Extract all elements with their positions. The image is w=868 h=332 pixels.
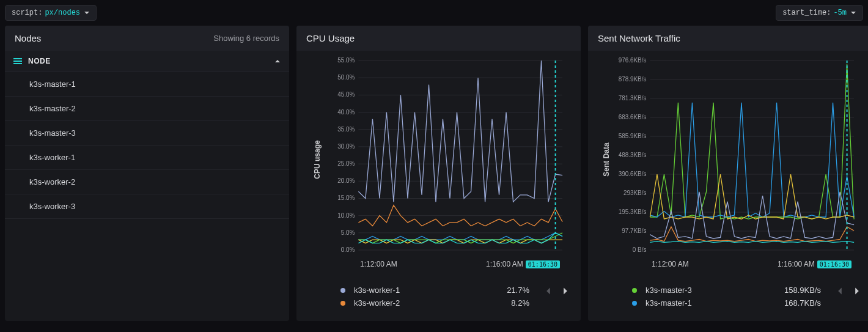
svg-text:195.3KB/s: 195.3KB/s <box>619 208 647 215</box>
topbar: script: px/nodes start_time: -5m <box>0 0 868 26</box>
drag-handle-icon[interactable] <box>13 58 22 64</box>
legend-row[interactable]: k3s-worker-121.7% <box>311 286 566 295</box>
legend-color-dot <box>632 288 637 293</box>
svg-text:683.6KB/s: 683.6KB/s <box>619 114 647 120</box>
svg-text:10.0%: 10.0% <box>337 212 355 219</box>
nodes-list: k3s-master-1k3s-master-2k3s-master-3k3s-… <box>5 72 289 219</box>
chevron-down-icon <box>84 10 90 16</box>
cpu-panel-header: CPU Usage <box>296 26 581 51</box>
chevron-up-icon <box>274 58 281 64</box>
svg-text:50.0%: 50.0% <box>337 74 355 81</box>
legend-row[interactable]: k3s-worker-28.2% <box>311 298 566 308</box>
svg-text:30.0%: 30.0% <box>337 143 355 150</box>
network-chart[interactable]: Sent Data 0 B/s97.7KB/s195.3KB/s293KB/s3… <box>588 51 868 268</box>
svg-text:0.0%: 0.0% <box>341 246 355 253</box>
network-x-axis: 1:12:00 AM 1:16:00 AM 01:16:30 <box>597 259 864 268</box>
legend-color-dot <box>340 288 345 293</box>
panels-region: Nodes Showing 6 records NODE k3s-master-… <box>0 26 868 326</box>
start-time-value: -5m <box>833 9 847 17</box>
node-row[interactable]: k3s-worker-2 <box>5 170 289 194</box>
svg-text:45.0%: 45.0% <box>337 91 355 98</box>
network-chart-svg: 0 B/s97.7KB/s195.3KB/s293KB/s390.6KB/s48… <box>597 57 864 259</box>
legend-series-name: k3s-master-1 <box>645 298 766 308</box>
node-row[interactable]: k3s-worker-1 <box>5 146 289 170</box>
cpu-xtick-0: 1:12:00 AM <box>360 260 397 268</box>
svg-text:976.6KB/s: 976.6KB/s <box>619 57 647 64</box>
svg-text:390.6KB/s: 390.6KB/s <box>619 171 647 177</box>
nodes-panel-header: Nodes Showing 6 records <box>5 26 289 51</box>
legend-prev-icon[interactable] <box>836 287 844 295</box>
svg-text:293KB/s: 293KB/s <box>623 190 647 196</box>
cpu-panel-title: CPU Usage <box>306 33 355 43</box>
legend-series-value: 158.9KB/s <box>772 286 821 295</box>
svg-text:25.0%: 25.0% <box>337 160 355 167</box>
cpu-legend-nav <box>544 287 570 295</box>
nodes-group-label: NODE <box>28 57 51 65</box>
network-panel-title: Sent Network Traffic <box>598 33 680 43</box>
legend-series-name: k3s-worker-2 <box>354 298 474 308</box>
svg-text:15.0%: 15.0% <box>337 194 355 201</box>
svg-text:97.7KB/s: 97.7KB/s <box>622 227 646 234</box>
legend-row[interactable]: k3s-master-3158.9KB/s <box>603 286 858 295</box>
svg-text:0 B/s: 0 B/s <box>633 246 647 253</box>
legend-series-value: 8.2% <box>480 298 529 308</box>
node-row[interactable]: k3s-master-2 <box>5 97 289 121</box>
legend-series-name: k3s-worker-1 <box>354 286 474 295</box>
chevron-down-icon <box>850 10 856 16</box>
nodes-panel-subtitle: Showing 6 records <box>213 34 279 43</box>
svg-text:55.0%: 55.0% <box>337 57 355 64</box>
svg-text:5.0%: 5.0% <box>341 229 355 236</box>
legend-color-dot <box>632 301 637 306</box>
svg-text:488.3KB/s: 488.3KB/s <box>619 152 647 158</box>
node-row[interactable]: k3s-master-1 <box>5 72 289 97</box>
legend-color-dot <box>340 301 345 306</box>
network-xtick-1: 1:16:00 AM <box>778 260 815 268</box>
cpu-y-axis-label: CPU usage <box>313 140 322 179</box>
network-panel: Sent Network Traffic Sent Data 0 B/s97.7… <box>588 26 868 321</box>
node-row[interactable]: k3s-master-3 <box>5 121 289 146</box>
svg-text:781.3KB/s: 781.3KB/s <box>619 95 647 101</box>
legend-row[interactable]: k3s-master-1168.7KB/s <box>603 298 858 308</box>
network-legend: k3s-master-3158.9KB/sk3s-master-1168.7KB… <box>588 268 868 314</box>
script-label: script: <box>12 9 42 17</box>
legend-next-icon[interactable] <box>561 287 570 295</box>
cpu-cursor-badge: 01:16:30 <box>526 260 560 268</box>
legend-series-name: k3s-master-3 <box>645 286 766 295</box>
network-xtick-0: 1:12:00 AM <box>652 260 689 268</box>
svg-text:40.0%: 40.0% <box>337 109 355 116</box>
cpu-xtick-1: 1:16:00 AM <box>486 260 523 268</box>
svg-text:878.9KB/s: 878.9KB/s <box>619 76 647 83</box>
svg-text:585.9KB/s: 585.9KB/s <box>619 133 647 139</box>
cpu-legend: k3s-worker-121.7%k3s-worker-28.2% <box>296 268 581 314</box>
cpu-x-axis: 1:12:00 AM 1:16:00 AM 01:16:30 <box>305 259 572 268</box>
network-y-axis-label: Sent Data <box>602 142 611 176</box>
cpu-chart-svg: 0.0%5.0%10.0%15.0%20.0%25.0%30.0%35.0%40… <box>305 57 572 259</box>
nodes-panel: Nodes Showing 6 records NODE k3s-master-… <box>5 26 289 321</box>
legend-series-value: 168.7KB/s <box>772 298 821 308</box>
svg-text:35.0%: 35.0% <box>337 126 355 133</box>
script-value: px/nodes <box>45 9 80 17</box>
legend-series-value: 21.7% <box>480 286 529 295</box>
cpu-chart[interactable]: CPU usage 0.0%5.0%10.0%15.0%20.0%25.0%30… <box>296 51 581 268</box>
start-time-selector[interactable]: start_time: -5m <box>776 5 863 21</box>
cpu-panel: CPU Usage CPU usage 0.0%5.0%10.0%15.0%20… <box>296 26 581 321</box>
nodes-panel-title: Nodes <box>15 33 41 43</box>
node-row[interactable]: k3s-worker-3 <box>5 194 289 219</box>
network-panel-header: Sent Network Traffic <box>588 26 868 51</box>
network-legend-nav <box>836 287 861 295</box>
script-selector[interactable]: script: px/nodes <box>5 5 97 21</box>
network-cursor-badge: 01:16:30 <box>817 260 851 268</box>
svg-text:20.0%: 20.0% <box>337 177 355 184</box>
start-time-label: start_time: <box>782 9 831 17</box>
legend-prev-icon[interactable] <box>544 287 553 295</box>
nodes-group-header[interactable]: NODE <box>5 51 289 72</box>
legend-next-icon[interactable] <box>853 287 861 295</box>
